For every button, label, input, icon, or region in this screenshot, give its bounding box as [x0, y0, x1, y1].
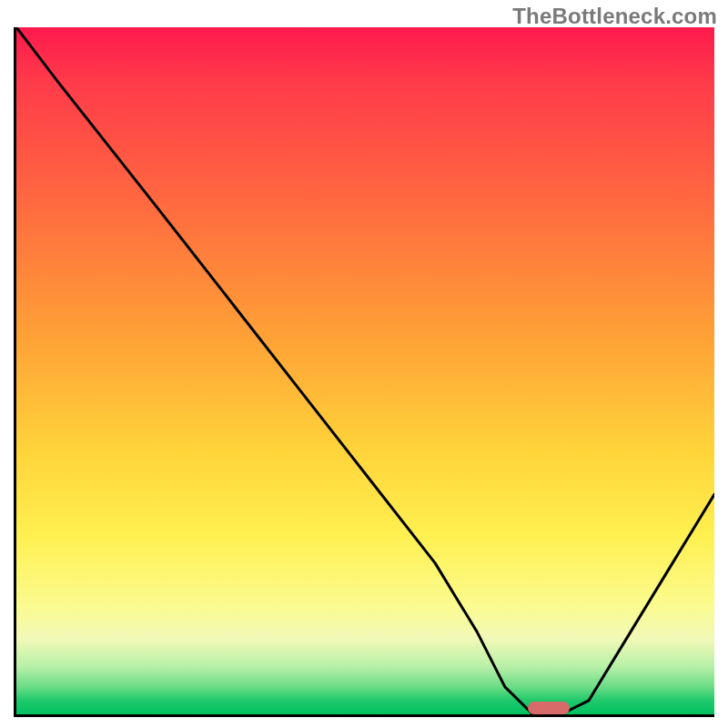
watermark-text: TheBottleneck.com — [512, 4, 717, 29]
bottleneck-curve — [16, 27, 714, 714]
plot-area — [14, 27, 714, 717]
minimum-marker — [528, 702, 570, 714]
curve-path — [16, 27, 714, 714]
chart-container: TheBottleneck.com — [0, 0, 728, 728]
